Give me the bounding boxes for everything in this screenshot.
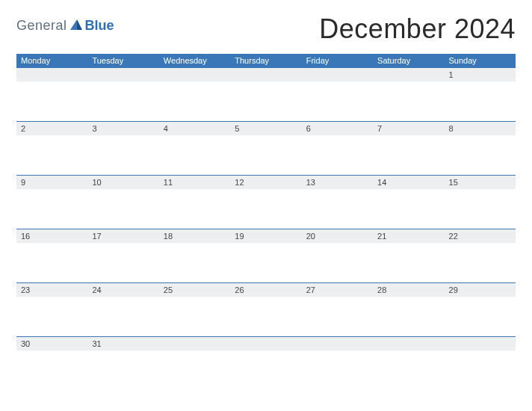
calendar-cell: 24 (87, 283, 158, 337)
day-number: 4 (159, 122, 230, 135)
page-title: December 2024 (319, 13, 516, 45)
calendar-cell: 31 (87, 337, 158, 359)
header: General Blue December 2024 (16, 13, 516, 45)
calendar-cell: 15 (445, 176, 516, 229)
day-number (230, 337, 301, 350)
day-number: 2 (16, 122, 87, 135)
calendar-cell: 16 (16, 229, 87, 283)
day-number: 13 (302, 176, 373, 189)
calendar-cell (16, 68, 87, 122)
weekday-header-row: Monday Tuesday Wednesday Thursday Friday… (16, 54, 516, 68)
calendar-cell: 11 (159, 176, 230, 229)
logo-text-blue: Blue (85, 18, 114, 34)
day-number: 27 (302, 283, 373, 297)
calendar-cell: 19 (230, 229, 301, 283)
day-number: 21 (373, 229, 444, 243)
weekday-header: Friday (302, 54, 373, 68)
day-number: 3 (87, 122, 158, 135)
day-number (373, 337, 444, 350)
day-number: 14 (373, 176, 444, 189)
calendar-cell (302, 68, 373, 122)
calendar-cell: 2 (16, 122, 87, 176)
calendar-cell: 6 (302, 122, 373, 176)
day-number: 20 (302, 229, 373, 243)
day-number (302, 68, 373, 81)
calendar-grid: Monday Tuesday Wednesday Thursday Friday… (16, 54, 516, 359)
day-number: 23 (16, 283, 87, 297)
day-number (302, 337, 373, 350)
day-number: 1 (445, 68, 516, 81)
calendar-week: 9101112131415 (16, 176, 516, 229)
calendar-cell: 14 (373, 176, 444, 229)
calendar-cell (230, 337, 301, 359)
calendar-cell: 28 (373, 283, 444, 337)
day-number: 16 (16, 229, 87, 243)
calendar-week: 1 (16, 68, 516, 122)
day-number: 22 (445, 229, 516, 243)
day-number: 26 (230, 283, 301, 297)
day-number: 29 (445, 283, 516, 297)
calendar-cell (445, 337, 516, 359)
day-number (87, 68, 158, 81)
day-number: 5 (230, 122, 301, 135)
day-number: 11 (159, 176, 230, 189)
calendar-week: 3031 (16, 337, 516, 359)
calendar-cell: 22 (445, 229, 516, 283)
calendar-cell: 26 (230, 283, 301, 337)
calendar-cell (302, 337, 373, 359)
day-number: 30 (16, 337, 87, 350)
calendar-cell: 21 (373, 229, 444, 283)
calendar-cell: 27 (302, 283, 373, 337)
calendar-cell (373, 337, 444, 359)
day-number (445, 337, 516, 350)
calendar-cell: 8 (445, 122, 516, 176)
day-number: 25 (159, 283, 230, 297)
calendar-cell: 20 (302, 229, 373, 283)
day-number (373, 68, 444, 81)
calendar-cell (373, 68, 444, 122)
calendar-body: 1234567891011121314151617181920212223242… (16, 68, 516, 359)
calendar-week: 2345678 (16, 122, 516, 176)
calendar-cell: 9 (16, 176, 87, 229)
calendar-cell: 10 (87, 176, 158, 229)
day-number: 8 (445, 122, 516, 135)
day-number: 7 (373, 122, 444, 135)
weekday-header: Tuesday (87, 54, 158, 68)
calendar-cell: 30 (16, 337, 87, 359)
logo-mark-icon (70, 19, 82, 33)
weekday-header: Monday (16, 54, 87, 68)
day-number: 12 (230, 176, 301, 189)
calendar-cell: 17 (87, 229, 158, 283)
day-number: 18 (159, 229, 230, 243)
day-number (159, 337, 230, 350)
calendar-week: 16171819202122 (16, 229, 516, 283)
day-number (230, 68, 301, 81)
calendar-cell (159, 337, 230, 359)
logo-text-general: General (16, 18, 67, 34)
weekday-header: Saturday (373, 54, 444, 68)
calendar-cell: 1 (445, 68, 516, 122)
day-number: 9 (16, 176, 87, 189)
calendar-cell: 23 (16, 283, 87, 337)
day-number (159, 68, 230, 81)
day-number: 17 (87, 229, 158, 243)
calendar-cell: 25 (159, 283, 230, 337)
calendar-cell (87, 68, 158, 122)
day-number: 10 (87, 176, 158, 189)
day-number: 24 (87, 283, 158, 297)
day-number: 31 (87, 337, 158, 350)
weekday-header: Sunday (445, 54, 516, 68)
calendar-cell: 3 (87, 122, 158, 176)
day-number: 15 (445, 176, 516, 189)
calendar-week: 23242526272829 (16, 283, 516, 337)
day-number: 6 (302, 122, 373, 135)
calendar-cell: 29 (445, 283, 516, 337)
calendar-cell (230, 68, 301, 122)
calendar-cell: 4 (159, 122, 230, 176)
weekday-header: Thursday (230, 54, 301, 68)
logo: General Blue (16, 13, 114, 34)
calendar-cell (159, 68, 230, 122)
day-number: 19 (230, 229, 301, 243)
calendar-cell: 13 (302, 176, 373, 229)
day-number (16, 68, 87, 81)
